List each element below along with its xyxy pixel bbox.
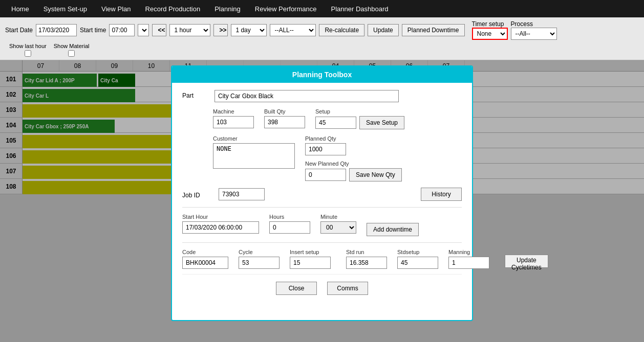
std-run-input[interactable] <box>346 257 387 269</box>
nav-planning[interactable]: Planning <box>207 2 248 16</box>
next-button[interactable]: >> <box>213 24 228 36</box>
timer-label: Timer setup <box>472 20 504 28</box>
start-time-input[interactable] <box>109 24 135 36</box>
built-qty-block: Built Qty <box>264 108 305 128</box>
insert-setup-label: Insert setup <box>290 249 331 255</box>
insert-setup-block: Insert setup <box>290 249 331 269</box>
show-last-hour-item: Show last hour <box>9 43 47 57</box>
timer-select[interactable]: None <box>472 28 508 40</box>
planning-toolbox-modal: Planning Toolbox Part Machine Built Qty <box>171 65 473 321</box>
filter-select[interactable]: --ALL-- <box>270 24 316 36</box>
setup-block: Setup Save Setup <box>315 108 404 129</box>
stdsetup-block: Stdsetup <box>397 249 438 269</box>
planned-qty-label: Planned Qty <box>305 135 402 142</box>
update-button[interactable]: Update <box>368 24 399 36</box>
process-section: Process --All-- <box>511 20 557 40</box>
modal-overlay: Planning Toolbox Part Machine Built Qty <box>0 60 644 342</box>
setup-label: Setup <box>315 108 404 115</box>
show-last-hour-label: Show last hour <box>9 43 47 49</box>
std-run-block: Std run <box>346 249 387 269</box>
part-row: Part <box>182 90 462 102</box>
customer-row: Customer NONE Planned Qty New Planned Qt… <box>213 135 462 181</box>
nav-view-plan[interactable]: View Plan <box>94 2 138 16</box>
code-input[interactable] <box>182 257 228 269</box>
qty-blocks: Planned Qty New Planned Qty Save New Qty <box>305 135 402 181</box>
day-select[interactable]: 1 day <box>231 24 267 36</box>
machine-row: Machine Built Qty Setup Save Setup <box>213 108 462 129</box>
add-downtime-button[interactable]: Add downtime <box>367 223 419 236</box>
machine-input[interactable] <box>213 116 254 128</box>
start-hour-input[interactable] <box>182 221 259 234</box>
customer-textarea[interactable]: NONE <box>213 143 295 169</box>
show-material-label: Show Material <box>54 43 90 49</box>
close-button[interactable]: Close <box>276 282 317 295</box>
start-time-select[interactable] <box>138 24 149 36</box>
hours-block: Hours <box>269 214 310 234</box>
job-id-label: Job ID <box>182 190 210 199</box>
customer-block: Customer NONE <box>213 135 295 169</box>
hours-label: Hours <box>269 214 310 220</box>
built-qty-label: Built Qty <box>264 108 305 115</box>
downtime-section: Start Hour Hours Minute 00 <box>182 207 462 236</box>
nav-system-setup[interactable]: System Set-up <box>36 2 94 16</box>
manning-block: Manning <box>448 249 489 269</box>
prev-button[interactable]: << <box>152 24 166 36</box>
update-cycletimes-button[interactable]: Update Cycletimes <box>505 255 548 268</box>
planned-downtime-button[interactable]: Planned Downtime <box>402 24 465 36</box>
std-run-label: Std run <box>346 249 387 255</box>
nav-review-performance[interactable]: Review Performance <box>248 2 324 16</box>
hours-input[interactable] <box>269 221 310 234</box>
history-btn-container: History <box>421 188 462 201</box>
part-input[interactable] <box>214 90 399 102</box>
code-block: Code <box>182 249 228 269</box>
std-row: Std run Stdsetup Manning <box>346 249 489 269</box>
nav-record-production[interactable]: Record Production <box>138 2 208 16</box>
manning-label: Manning <box>448 249 489 255</box>
recalculate-button[interactable]: Re-calculate <box>319 24 364 36</box>
job-id-row: Job ID History <box>182 188 462 201</box>
planned-qty-input[interactable] <box>305 143 346 155</box>
part-label: Part <box>182 90 210 99</box>
show-last-hour-checkbox[interactable] <box>25 50 31 57</box>
show-section: Show last hour Show Material <box>9 43 89 57</box>
customer-label: Customer <box>213 135 295 142</box>
main-area: 07 08 09 10 11 04 05 06 07 101 City Car … <box>0 60 644 342</box>
nav-bar: Home System Set-up View Plan Record Prod… <box>0 0 644 17</box>
minute-select[interactable]: 00 <box>320 221 356 234</box>
job-id-input[interactable] <box>219 188 265 200</box>
start-hour-label: Start Hour <box>182 214 259 220</box>
nav-planner-dashboard[interactable]: Planner Dashboard <box>324 2 395 16</box>
save-setup-button[interactable]: Save Setup <box>359 116 404 129</box>
new-planned-qty-block: New Planned Qty Save New Qty <box>305 161 402 181</box>
start-date-input[interactable] <box>36 24 77 36</box>
show-material-item: Show Material <box>54 43 90 57</box>
start-hour-block: Start Hour <box>182 214 259 234</box>
modal-body: Part Machine Built Qty Setup <box>172 83 472 307</box>
code-label: Code <box>182 249 228 255</box>
add-downtime-container: Add downtime <box>367 214 419 236</box>
cycle-input[interactable] <box>239 257 280 269</box>
setup-input[interactable] <box>315 117 356 129</box>
stdsetup-label: Stdsetup <box>397 249 438 255</box>
insert-setup-input[interactable] <box>290 257 331 269</box>
save-new-qty-button[interactable]: Save New Qty <box>349 168 402 181</box>
machine-block: Machine <box>213 108 254 128</box>
planned-qty-block: Planned Qty <box>305 135 402 155</box>
built-qty-input[interactable] <box>264 116 305 128</box>
new-planned-qty-input[interactable] <box>305 169 346 181</box>
show-material-checkbox[interactable] <box>68 50 75 57</box>
modal-title: Planning Toolbox <box>172 66 472 83</box>
downtime-row: Start Hour Hours Minute 00 <box>182 214 462 236</box>
process-select[interactable]: --All-- <box>511 28 557 40</box>
interval-select[interactable]: 1 hour <box>169 24 210 36</box>
minute-block: Minute 00 <box>320 214 356 234</box>
comms-button[interactable]: Comms <box>327 282 368 295</box>
stdsetup-input[interactable] <box>397 257 438 269</box>
timer-section: Timer setup None <box>472 20 508 40</box>
nav-home[interactable]: Home <box>4 2 36 16</box>
minute-label: Minute <box>320 214 356 220</box>
cycle-label: Cycle <box>239 249 280 255</box>
manning-input[interactable] <box>448 257 489 269</box>
history-button[interactable]: History <box>421 188 462 201</box>
modal-footer: Close Comms <box>182 274 462 300</box>
